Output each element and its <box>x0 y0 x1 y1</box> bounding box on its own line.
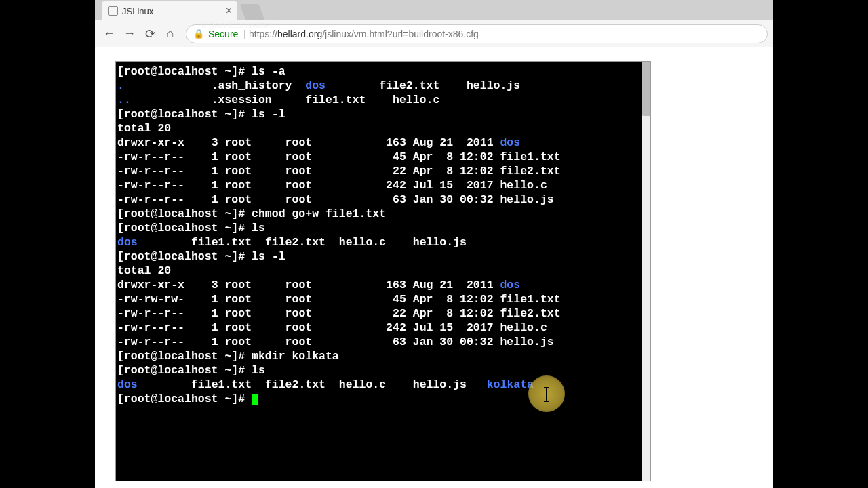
terminal-scrollbar[interactable] <box>642 62 650 481</box>
new-tab-button[interactable] <box>240 4 265 20</box>
page-icon <box>108 6 118 16</box>
home-button[interactable]: ⌂ <box>161 25 179 43</box>
reload-button[interactable]: ⟳ <box>141 25 159 43</box>
terminal-container: [root@localhost ~]# ls -a . .ash_history… <box>115 61 651 481</box>
url-path: /jslinux/vm.html?url=buildroot-x86.cfg <box>322 28 479 39</box>
secure-label: Secure <box>208 28 238 39</box>
click-highlight-icon <box>528 375 565 412</box>
text-cursor-icon <box>546 387 547 402</box>
forward-button[interactable]: → <box>121 25 138 43</box>
back-button[interactable]: ← <box>100 25 118 43</box>
tab-bar: JSLinux × <box>95 0 773 20</box>
terminal-cursor <box>252 394 258 405</box>
url-domain: bellard.org <box>277 28 322 39</box>
browser-toolbar: ← → ⟳ ⌂ 🔒 Secure | https://bellard.org/j… <box>95 20 773 47</box>
browser-tab[interactable]: JSLinux × <box>102 1 237 20</box>
url-bar[interactable]: 🔒 Secure | https://bellard.org/jslinux/v… <box>186 24 768 43</box>
scrollbar-thumb[interactable] <box>642 62 650 116</box>
letterbox-right <box>773 0 868 488</box>
terminal[interactable]: [root@localhost ~]# ls -a . .ash_history… <box>116 62 642 481</box>
lock-icon: 🔒 <box>193 28 204 39</box>
url-separator: | <box>243 28 246 39</box>
letterbox-left <box>0 0 95 488</box>
close-icon[interactable]: × <box>226 5 232 17</box>
page-content: [root@localhost ~]# ls -a . .ash_history… <box>95 47 773 488</box>
tab-title: JSLinux <box>122 6 153 16</box>
browser-window: Movavi VC Video Converter JSLinux × ← → … <box>95 0 773 488</box>
url-protocol: https:// <box>249 28 277 39</box>
